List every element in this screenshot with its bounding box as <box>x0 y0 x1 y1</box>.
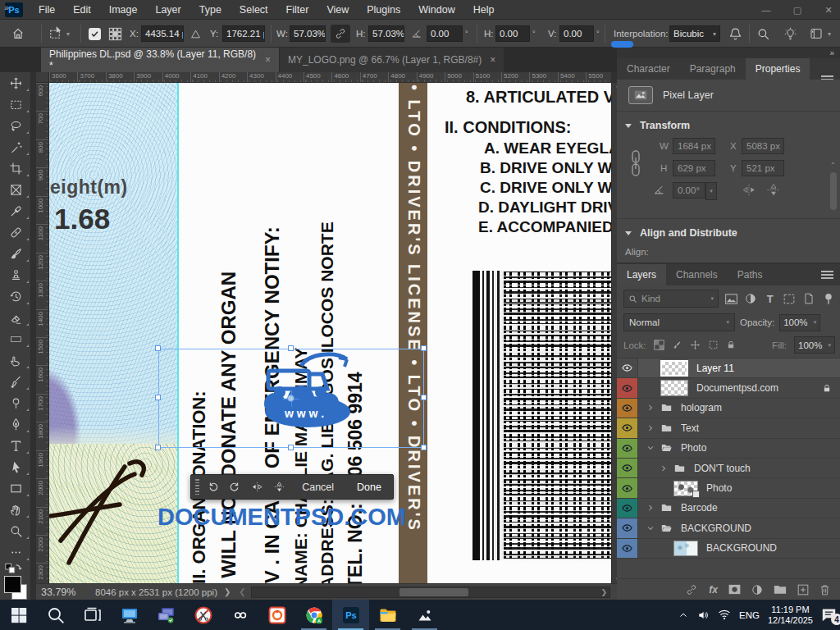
lock-artboard-icon[interactable] <box>708 340 719 350</box>
gradient-tool[interactable] <box>0 328 31 349</box>
taskbar-start[interactable] <box>0 600 37 630</box>
transform-h-input[interactable]: 629 px <box>673 160 715 176</box>
taskbar-creative-cloud[interactable] <box>221 600 258 630</box>
group-expand-icon[interactable] <box>660 464 668 472</box>
transform-y-input[interactable]: 521 px <box>742 160 784 176</box>
taskbar-file-explorer[interactable] <box>369 600 406 630</box>
fill-input[interactable]: 100%▾ <box>794 336 835 354</box>
transform-reference-point[interactable] <box>285 393 297 404</box>
menu-item-image[interactable]: Image <box>100 0 147 20</box>
group-expand-icon[interactable] <box>646 404 655 412</box>
tab-paths[interactable]: Paths <box>728 264 773 285</box>
home-icon[interactable] <box>11 20 25 48</box>
filter-adjustment-layers-icon[interactable] <box>744 293 758 304</box>
minimize-icon[interactable]: — <box>761 5 771 15</box>
transform-handle-e[interactable] <box>421 395 427 400</box>
add-layer-mask-icon[interactable] <box>728 584 741 595</box>
taskbar-remote-desktop[interactable] <box>148 600 185 630</box>
flip-vertical-icon[interactable] <box>766 184 781 196</box>
pen-tool[interactable] <box>0 413 31 435</box>
lasso-tool[interactable] <box>0 115 31 136</box>
transform-angle-input[interactable]: 0.00° <box>673 182 705 199</box>
x-input[interactable]: 4435.14 px <box>141 25 184 42</box>
smudge-tool[interactable] <box>0 349 31 371</box>
wifi-icon[interactable] <box>718 609 731 620</box>
action-center-icon[interactable]: 4 <box>821 608 837 622</box>
history-brush-tool[interactable] <box>0 285 31 307</box>
mixer-brush-tool[interactable] <box>0 371 31 392</box>
menu-item-view[interactable]: View <box>317 0 358 20</box>
hand-tool[interactable] <box>0 499 31 520</box>
menu-item-filter[interactable]: Filter <box>277 0 318 20</box>
zoom-level[interactable]: 33.79% <box>36 587 84 598</box>
taskbar-this-pc[interactable] <box>111 600 148 630</box>
vertical-ruler[interactable]: 6007008009001000110012001300140015001600… <box>36 83 49 583</box>
layer-visibility-toggle[interactable] <box>617 459 638 477</box>
horizontal-ruler[interactable]: 3600370038003900400041004200430044004500… <box>49 72 611 83</box>
tab-properties[interactable]: Properties <box>746 58 810 80</box>
volume-icon[interactable] <box>696 609 710 621</box>
layer-visibility-toggle[interactable] <box>617 399 638 418</box>
filter-shape-layers-icon[interactable] <box>783 294 797 304</box>
tab-channels[interactable]: Channels <box>666 264 728 285</box>
type-tool[interactable] <box>0 435 31 456</box>
transform-x-input[interactable]: 5083 px <box>742 138 784 154</box>
frame-tool[interactable] <box>0 179 31 200</box>
rotate-ccw-icon[interactable] <box>202 475 224 499</box>
group-expand-icon[interactable] <box>646 504 655 512</box>
transform-handle-ne[interactable] <box>421 345 427 351</box>
cancel-button[interactable]: Cancel <box>290 482 345 493</box>
taskbar-photos[interactable] <box>406 600 443 630</box>
scroll-right-icon[interactable]: ❯ <box>600 588 607 596</box>
group-expand-icon[interactable] <box>646 444 655 452</box>
document-canvas[interactable]: eight(m) 1.68 III. ORGAN DONATION:I WILL… <box>49 83 611 583</box>
search-icon[interactable] <box>756 20 770 48</box>
foreground-color-swatch[interactable] <box>4 576 21 593</box>
opacity-input[interactable]: 100%▾ <box>779 314 820 331</box>
transform-handle-sw[interactable] <box>155 445 161 450</box>
w-input[interactable]: 57.03% <box>290 25 326 42</box>
transform-handle-n[interactable] <box>288 345 294 351</box>
eraser-tool[interactable] <box>0 307 31 328</box>
tab-paragraph[interactable]: Paragraph <box>680 58 746 80</box>
align-section-header[interactable]: Align and Distribute <box>617 218 840 244</box>
layers-panel-menu-icon[interactable] <box>821 271 833 281</box>
done-button[interactable]: Done <box>345 482 393 493</box>
blend-mode-select[interactable]: Normal▾ <box>623 313 735 331</box>
status-options-icon[interactable]: ❯ <box>217 587 237 596</box>
h-input[interactable]: 57.03% <box>368 25 404 42</box>
skew-h-input[interactable]: 0.00 <box>495 25 530 42</box>
taskbar-snipping-tool[interactable] <box>185 600 221 630</box>
layer-row-background[interactable]: BACKGROUND <box>617 539 840 559</box>
transform-section-header[interactable]: Transform <box>617 112 840 136</box>
tab-layers[interactable]: Layers <box>617 264 666 285</box>
dock-collapse-icon[interactable]: » <box>829 48 833 57</box>
lock-pixels-icon[interactable] <box>672 340 682 350</box>
tab-character[interactable]: Character <box>617 58 680 80</box>
object-selection-tool[interactable] <box>0 136 31 158</box>
foreground-background-swatches[interactable] <box>4 576 29 600</box>
menu-item-select[interactable]: Select <box>231 0 277 20</box>
taskbar-search[interactable] <box>37 600 74 630</box>
layer-row-background[interactable]: BACKGROUND <box>617 518 840 538</box>
menu-item-window[interactable]: Window <box>409 0 463 20</box>
layer-visibility-toggle[interactable] <box>617 358 638 377</box>
layer-row-don-t-touch[interactable]: DON'T touch <box>617 459 840 478</box>
horizontal-scrollbar[interactable]: ❯ <box>251 587 610 598</box>
layer-row-text[interactable]: Text <box>617 418 840 438</box>
context-bar-grip[interactable] <box>191 475 202 499</box>
layer-row-photo[interactable]: Photo <box>617 439 840 459</box>
tray-expand-icon[interactable] <box>678 610 688 620</box>
horizontal-scroll-thumb[interactable] <box>399 588 468 596</box>
layer-visibility-toggle[interactable] <box>617 539 638 558</box>
discover-lightbulb-icon[interactable] <box>783 20 797 48</box>
lock-position-icon[interactable] <box>690 340 701 350</box>
layer-row-layer-11[interactable]: Layer 11 <box>617 358 840 378</box>
layer-row-barcode[interactable]: Barcode <box>617 499 840 518</box>
layer-visibility-toggle[interactable] <box>617 378 638 397</box>
group-expand-icon[interactable] <box>646 424 655 432</box>
status-back-icon[interactable]: ❮ <box>237 587 247 596</box>
filter-toggle-icon[interactable] <box>821 293 835 305</box>
interpolation-select[interactable]: Bicubic▾ <box>669 25 720 42</box>
filter-kind-select[interactable]: Kind ▾ <box>623 290 719 308</box>
